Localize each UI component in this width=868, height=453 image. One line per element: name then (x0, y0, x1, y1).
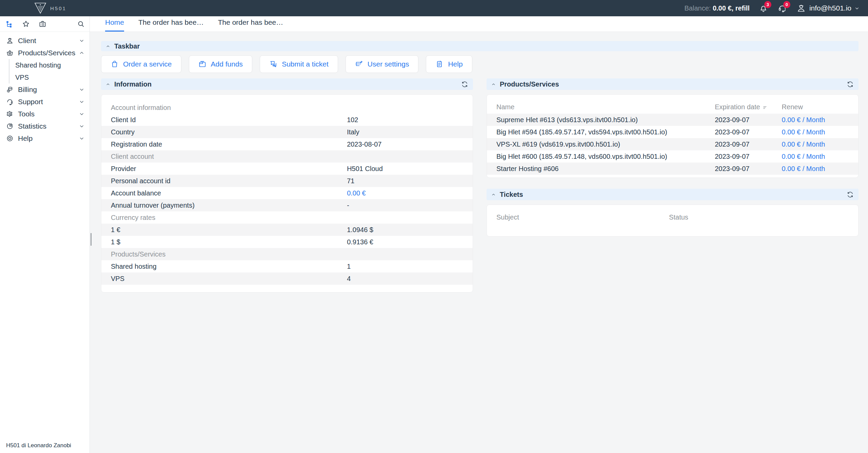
renew-link[interactable]: 0.00 € / Month (782, 128, 825, 136)
sidebar-item-client[interactable]: Client (0, 35, 90, 47)
sidebar-item-products-services[interactable]: Products/Services (0, 47, 90, 59)
button-label: User settings (368, 60, 409, 68)
product-row[interactable]: Big Hlet #600 (185.49.57.148, vds600.vps… (487, 150, 858, 163)
top-bar: H501 Balance: 0.00 €, refill 3 0 (0, 0, 868, 16)
settings-list-icon (355, 60, 363, 68)
info-row: CountryItaly (101, 126, 473, 138)
sidebar-item-tools[interactable]: Tools (0, 108, 90, 120)
user-avatar-icon (796, 3, 806, 13)
sort-icon (763, 105, 768, 110)
lifering-icon (6, 135, 14, 142)
product-row[interactable]: Starter Hosting #606 2023-09-07 0.00 € /… (487, 163, 858, 175)
button-label: Add funds (211, 60, 243, 68)
column-header-renew[interactable]: Renew (782, 103, 849, 111)
collapse-chevron-icon[interactable] (491, 192, 496, 197)
support-chat-button[interactable]: 0 (777, 3, 788, 13)
renew-link[interactable]: 0.00 € / Month (782, 153, 825, 160)
chevron-down-icon (79, 87, 84, 92)
user-menu[interactable]: info@h501.io (796, 3, 859, 13)
refill-link[interactable]: refill (735, 4, 750, 12)
support-badge: 0 (783, 1, 790, 8)
sidebar-item-shared-hosting[interactable]: Shared hosting (9, 59, 90, 71)
sidebar: Client Products/Services Shared hosting … (0, 16, 90, 453)
notifications-button[interactable]: 3 (758, 3, 769, 13)
user-settings-button[interactable]: User settings (346, 55, 419, 73)
tab-home[interactable]: Home (105, 18, 124, 32)
balance-value: 0.00 €, (713, 4, 733, 12)
collapse-chevron-icon[interactable] (491, 82, 496, 87)
app-logo[interactable]: H501 (34, 2, 66, 14)
refresh-icon[interactable] (847, 81, 854, 88)
chevron-down-icon (79, 99, 84, 104)
product-row[interactable]: VPS-XL #619 (vds619.vps.itvt00.h501.io) … (487, 138, 858, 150)
products-card: Name Expiration date Renew Supreme Hlet … (487, 94, 859, 178)
balance-display: Balance: 0.00 €, refill (685, 4, 750, 12)
menu-tree-icon[interactable] (5, 20, 13, 28)
tab-order-2[interactable]: The order has bee… (218, 18, 283, 32)
user-email: info@h501.io (809, 4, 851, 12)
sidebar-item-support[interactable]: Support (0, 96, 90, 108)
document-icon (435, 60, 443, 68)
shopping-bag-icon (111, 60, 119, 68)
column-header-subject[interactable]: Subject (496, 213, 669, 221)
sidebar-scrollbar-thumb[interactable] (91, 233, 92, 246)
sidebar-item-help[interactable]: Help (0, 132, 90, 145)
notifications-badge: 3 (764, 1, 771, 8)
sidebar-item-label: Help (18, 134, 33, 143)
dashboard-briefcase-icon[interactable] (39, 20, 46, 28)
column-header-expiration[interactable]: Expiration date (715, 103, 782, 111)
client-person-icon (6, 37, 14, 44)
support-headset-icon (6, 98, 14, 106)
wallet-icon (198, 60, 206, 68)
info-row: 1 €1.0946 $ (101, 224, 473, 236)
logo-text: H501 (50, 5, 66, 11)
sidebar-item-label: Billing (18, 86, 37, 94)
sidebar-footer-text: H501 di Leonardo Zanobi (6, 442, 71, 449)
add-funds-button[interactable]: Add funds (189, 55, 253, 73)
account-balance-link[interactable]: 0.00 € (347, 189, 463, 197)
sidebar-item-label: Products/Services (18, 49, 75, 57)
sidebar-menu: Client Products/Services Shared hosting … (0, 32, 90, 145)
section-title: Tickets (500, 191, 523, 199)
information-section-header: Information (101, 78, 473, 90)
favorites-star-icon[interactable] (22, 20, 30, 28)
order-a-service-button[interactable]: Order a service (101, 55, 181, 73)
sidebar-item-billing[interactable]: Billing (0, 83, 90, 96)
collapse-chevron-icon[interactable] (106, 44, 110, 49)
chevron-down-icon (855, 6, 859, 11)
button-label: Order a service (123, 60, 172, 68)
sidebar-item-statistics[interactable]: Statistics (0, 120, 90, 132)
sidebar-item-label: VPS (15, 74, 29, 81)
product-row[interactable]: Supreme Hlet #613 (vds613.vps.itvt00.h50… (487, 114, 858, 126)
renew-link[interactable]: 0.00 € / Month (782, 140, 825, 148)
column-header-status[interactable]: Status (669, 213, 849, 221)
search-icon[interactable] (77, 20, 85, 28)
help-button[interactable]: Help (426, 55, 472, 73)
content-area: Taskbar Order a service Add funds (90, 32, 868, 453)
product-row[interactable]: Big Hlet #594 (185.49.57.147, vds594.vps… (487, 126, 858, 138)
renew-link[interactable]: 0.00 € / Month (782, 116, 825, 124)
tab-order-1[interactable]: The order has bee… (138, 18, 204, 32)
info-row: ProviderH501 Cloud (101, 163, 473, 175)
refresh-icon[interactable] (461, 81, 468, 88)
collapse-chevron-icon[interactable] (106, 82, 110, 87)
sidebar-item-vps[interactable]: VPS (9, 71, 90, 83)
sidebar-item-label: Tools (18, 110, 35, 118)
renew-link[interactable]: 0.00 € / Month (782, 165, 825, 172)
refresh-icon[interactable] (847, 191, 854, 198)
chevron-up-icon (79, 51, 84, 55)
products-section-header: Products/Services (487, 78, 859, 90)
submit-a-ticket-button[interactable]: Submit a ticket (260, 55, 338, 73)
sidebar-toolbar (0, 16, 90, 32)
column-header-name[interactable]: Name (496, 103, 715, 111)
info-section-row: Products/Services (101, 248, 473, 260)
info-section-row: Client account (101, 150, 473, 163)
tickets-card: Subject Status (487, 205, 859, 237)
coins-icon (6, 86, 14, 93)
gear-icon (6, 110, 14, 118)
info-section-row: Currency rates (101, 211, 473, 224)
pie-chart-icon (6, 122, 14, 130)
chat-bubbles-icon (269, 60, 277, 68)
info-row: Annual turnover (payments)- (101, 199, 473, 211)
products-submenu: Shared hosting VPS (9, 59, 90, 83)
